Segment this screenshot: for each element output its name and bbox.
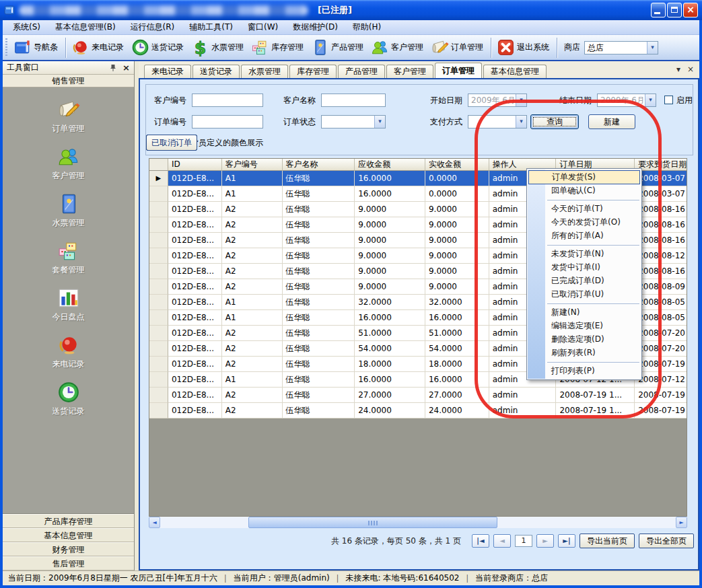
chevron-down-icon[interactable]: ▾: [647, 42, 658, 54]
column-header[interactable]: 应收金额: [355, 159, 425, 171]
tab[interactable]: 客户管理: [386, 65, 433, 78]
sidebar-group-button[interactable]: 基本信息管理: [3, 528, 134, 542]
column-header[interactable]: ID: [168, 159, 222, 171]
context-menu-item[interactable]: 刷新列表(R): [527, 346, 641, 360]
menu-item[interactable]: 基本信息管理(B): [48, 20, 123, 34]
context-menu-item[interactable]: 已完成订单(D): [527, 274, 641, 288]
chevron-down-icon[interactable]: ▾: [676, 65, 680, 73]
enable-checkbox[interactable]: [664, 96, 673, 104]
sidebar-item[interactable]: 订单管理: [52, 98, 85, 135]
scroll-right-icon[interactable]: ►: [676, 517, 687, 528]
pin-icon[interactable]: [109, 64, 117, 72]
context-menu-item[interactable]: 所有的订单(A): [527, 229, 641, 243]
minimize-button[interactable]: [651, 3, 666, 17]
first-page-button[interactable]: |◄: [472, 534, 489, 548]
order-status-select[interactable]: ▾: [321, 115, 386, 128]
scrollbar-thumb[interactable]: [248, 517, 497, 528]
context-menu-item[interactable]: 今天的订单(T): [527, 203, 641, 216]
row-indicator: [149, 248, 168, 264]
new-button[interactable]: 新建: [588, 114, 635, 129]
menu-item[interactable]: 运行信息(R): [123, 20, 182, 34]
column-header[interactable]: 实收金额: [425, 159, 489, 171]
chevron-down-icon[interactable]: ▾: [645, 94, 656, 106]
scrollbar-track[interactable]: [160, 517, 676, 528]
menu-item[interactable]: 系统(S): [5, 20, 48, 34]
close-icon[interactable]: ×: [122, 64, 130, 72]
context-menu-item[interactable]: 今天的发货订单(O): [527, 216, 641, 229]
menu-item[interactable]: 帮助(H): [345, 20, 388, 34]
last-page-button[interactable]: ►|: [558, 534, 575, 548]
maximize-button[interactable]: [667, 3, 682, 17]
status-segment: 当前用户：管理员(admin): [217, 573, 330, 584]
sidebar-item[interactable]: 套餐管理: [52, 240, 85, 276]
chevron-down-icon[interactable]: ▾: [516, 116, 526, 128]
order-no-input[interactable]: [192, 115, 263, 128]
toolbar-grip[interactable]: [4, 38, 9, 57]
sidebar-group-button[interactable]: 售后管理: [3, 556, 134, 571]
shop-label: 商店: [564, 42, 580, 53]
page-number-input[interactable]: 1: [515, 535, 532, 547]
order-status-filter-button[interactable]: 已取消订单: [146, 135, 197, 151]
toolbar-button[interactable]: 产品管理: [308, 37, 368, 59]
prev-page-button[interactable]: ◄: [493, 534, 511, 548]
tab[interactable]: 产品管理: [338, 65, 385, 78]
toolbar-button[interactable]: 送货记录: [129, 37, 188, 59]
menu-item[interactable]: 辅助工具(T): [182, 20, 240, 34]
column-header[interactable]: 客户编号: [222, 159, 283, 171]
customer-no-input[interactable]: [192, 94, 263, 107]
pay-method-select[interactable]: ▾: [468, 115, 527, 128]
tab[interactable]: 送货记录: [192, 65, 240, 78]
query-button[interactable]: 查询: [530, 114, 579, 129]
cell-customer-name: 伍华聪: [283, 388, 355, 403]
table-row[interactable]: 012D-E8... A2 伍华聪 24.0000 24.0000 admin …: [149, 403, 687, 418]
sidebar-item[interactable]: 送货记录: [52, 381, 85, 417]
toolbar-button[interactable]: 订单管理: [428, 37, 488, 59]
toolbar-button[interactable]: 来电记录: [69, 37, 129, 59]
sidebar-item[interactable]: 来电记录: [52, 334, 85, 370]
context-menu-item[interactable]: 删除选定项(D): [527, 333, 641, 346]
cell-receivable: 9.0000: [355, 264, 425, 279]
sidebar-group-button[interactable]: 财务管理: [3, 542, 134, 556]
context-menu-item[interactable]: 编辑选定项(E): [527, 320, 641, 333]
start-date-picker[interactable]: 2009年 6月 8日▾: [468, 94, 527, 107]
export-current-page-button[interactable]: 导出当前页: [580, 534, 635, 548]
context-menu-item[interactable]: 订单发货(S): [528, 170, 640, 184]
tab[interactable]: 基本信息管理: [483, 65, 547, 78]
tab[interactable]: 库存管理: [289, 65, 337, 78]
scroll-left-icon[interactable]: ◄: [149, 517, 160, 528]
horizontal-scrollbar[interactable]: ◄ ►: [149, 517, 687, 528]
toolbar-button[interactable]: 水票管理: [188, 37, 248, 59]
close-icon[interactable]: ×: [687, 65, 694, 73]
customer-name-input[interactable]: [321, 94, 386, 107]
sidebar-item[interactable]: 水票管理: [52, 192, 85, 229]
toolbar-button[interactable]: 退出系统: [494, 37, 554, 59]
tab[interactable]: 订单管理: [435, 63, 482, 78]
chevron-down-icon[interactable]: ▾: [516, 94, 526, 106]
context-menu-item[interactable]: 已取消订单(U): [527, 288, 641, 301]
context-menu-item[interactable]: 发货中订单(I): [527, 261, 641, 274]
toolbar-button[interactable]: 导航条: [11, 37, 63, 59]
sidebar-item[interactable]: 今日盘点: [52, 287, 85, 323]
toolbar-button[interactable]: 库存管理: [248, 37, 308, 59]
toolbar-button[interactable]: 客户管理: [368, 37, 428, 59]
context-menu-item[interactable]: 打印列表(P): [527, 365, 641, 378]
shop-select[interactable]: 总店 ▾: [584, 41, 658, 54]
menu-item[interactable]: 数据维护(D): [285, 20, 345, 34]
table-row[interactable]: 012D-E8... A2 伍华聪 27.0000 27.0000 admin …: [149, 388, 687, 403]
row-indicator: [149, 357, 168, 372]
close-button[interactable]: ×: [683, 3, 698, 17]
tab[interactable]: 水票管理: [241, 65, 288, 78]
chevron-down-icon[interactable]: ▾: [374, 116, 385, 128]
column-header[interactable]: 要求到货日期: [635, 159, 687, 171]
column-header[interactable]: 客户名称: [283, 159, 355, 171]
context-menu-item[interactable]: 未发货订单(N): [527, 248, 641, 261]
next-page-button[interactable]: ►: [536, 534, 554, 548]
export-all-pages-button[interactable]: 导出全部页: [639, 534, 694, 548]
menu-item[interactable]: 窗口(W): [240, 20, 285, 34]
sidebar-group-button[interactable]: 产品库存管理: [3, 514, 134, 528]
tab[interactable]: 来电记录: [144, 65, 191, 78]
context-menu-item[interactable]: 回单确认(C): [527, 184, 641, 198]
sidebar-item[interactable]: 客户管理: [52, 145, 85, 182]
context-menu-item[interactable]: 新建(N): [527, 306, 641, 320]
end-date-picker[interactable]: 2009年 6月 8日▾: [597, 94, 656, 107]
